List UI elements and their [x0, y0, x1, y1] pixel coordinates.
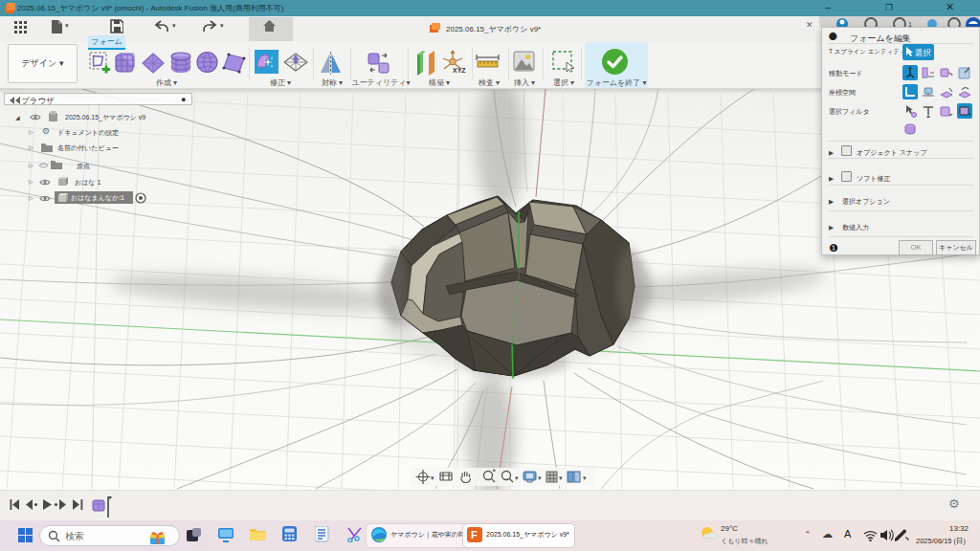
svg-text:XYZ: XYZ: [453, 67, 466, 74]
svg-text:▾: ▾: [431, 474, 434, 481]
svg-text:▾: ▾: [538, 474, 542, 481]
svg-text:▾: ▾: [583, 474, 587, 481]
svg-text:▾: ▾: [559, 474, 563, 481]
svg-text:▾: ▾: [515, 474, 519, 481]
svg-text:F: F: [471, 529, 478, 540]
